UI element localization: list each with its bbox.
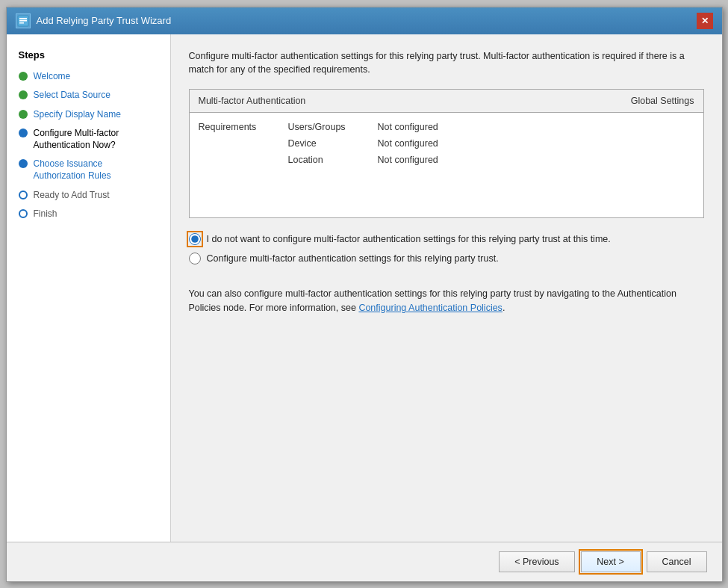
mfa-item-device: Device Not configured — [288, 135, 438, 152]
mfa-table-body: Requirements Users/Groups Not configured… — [190, 113, 703, 217]
radio-configure[interactable] — [189, 253, 201, 264]
mfa-item-users-groups: Users/Groups Not configured — [288, 119, 438, 135]
mfa-value-users-groups: Not configured — [378, 119, 438, 135]
step-dot-finish — [19, 209, 28, 218]
next-button[interactable]: Next > — [581, 551, 641, 572]
app-icon — [16, 13, 31, 28]
mfa-table-header-left: Multi-factor Authentication — [199, 96, 306, 106]
footer: < Previous Next > Cancel — [7, 542, 722, 581]
sidebar-label-configure-mfa: Configure Multi-factorAuthentication Now… — [34, 128, 119, 151]
step-dot-ready-to-add — [19, 191, 28, 199]
step-dot-choose-issuance — [19, 159, 28, 168]
sidebar-item-welcome[interactable]: Welcome — [19, 71, 158, 83]
sidebar-item-configure-mfa[interactable]: Configure Multi-factorAuthentication Now… — [19, 128, 158, 151]
radio-no-configure[interactable] — [189, 233, 201, 245]
main-content: Configure multi-factor authentication se… — [171, 34, 722, 542]
sidebar-item-choose-issuance[interactable]: Choose IssuanceAuthorization Rules — [19, 158, 158, 182]
close-button[interactable]: ✕ — [697, 13, 713, 29]
previous-button[interactable]: < Previous — [499, 551, 574, 572]
additional-info-suffix: . — [503, 303, 505, 313]
radio-option-no-configure[interactable]: I do not want to configure multi-factor … — [189, 233, 704, 245]
window-title: Add Relying Party Trust Wizard — [37, 15, 172, 26]
radio-option-configure[interactable]: Configure multi-factor authentication se… — [189, 253, 704, 264]
svg-rect-2 — [19, 20, 27, 22]
sidebar-label-specify-display-name: Specify Display Name — [34, 109, 121, 121]
mfa-table-header: Multi-factor Authentication Global Setti… — [190, 90, 703, 113]
sidebar-item-select-data-source[interactable]: Select Data Source — [19, 90, 158, 102]
mfa-label-location: Location — [288, 152, 378, 168]
mfa-items-col: Users/Groups Not configured Device Not c… — [288, 119, 438, 168]
additional-info: You can also configure multi-factor auth… — [189, 287, 704, 315]
sidebar-label-welcome: Welcome — [34, 71, 71, 83]
window-body: Steps Welcome Select Data Source Specify… — [7, 34, 722, 542]
radio-section: I do not want to configure multi-factor … — [189, 233, 704, 272]
title-bar: Add Relying Party Trust Wizard ✕ — [7, 7, 722, 34]
mfa-table-header-right: Global Settings — [631, 96, 694, 106]
step-dot-configure-mfa — [19, 129, 28, 137]
sidebar-label-finish: Finish — [34, 208, 57, 220]
step-dot-welcome — [19, 72, 28, 81]
mfa-label-users-groups: Users/Groups — [288, 119, 378, 135]
mfa-value-location: Not configured — [378, 152, 438, 168]
sidebar: Steps Welcome Select Data Source Specify… — [7, 34, 171, 542]
sidebar-label-select-data-source: Select Data Source — [34, 90, 111, 102]
mfa-value-device: Not configured — [378, 135, 438, 152]
title-bar-left: Add Relying Party Trust Wizard — [16, 13, 172, 28]
mfa-label-device: Device — [288, 135, 378, 152]
step-dot-select-data-source — [19, 90, 28, 99]
radio-label-configure: Configure multi-factor authentication se… — [207, 253, 499, 264]
mfa-requirements-row: Requirements Users/Groups Not configured… — [199, 119, 694, 168]
sidebar-label-ready-to-add: Ready to Add Trust — [34, 190, 110, 202]
sidebar-heading: Steps — [19, 49, 158, 61]
radio-label-no-configure: I do not want to configure multi-factor … — [207, 234, 611, 244]
mfa-requirements-label: Requirements — [199, 119, 288, 132]
sidebar-item-ready-to-add[interactable]: Ready to Add Trust — [19, 190, 158, 202]
configuring-auth-policies-link[interactable]: Configuring Authentication Policies — [358, 303, 502, 313]
step-dot-specify-display-name — [19, 110, 28, 119]
main-window: Add Relying Party Trust Wizard ✕ Steps W… — [6, 7, 723, 582]
svg-rect-3 — [19, 22, 24, 24]
svg-rect-1 — [19, 18, 27, 19]
sidebar-item-finish[interactable]: Finish — [19, 208, 158, 220]
sidebar-item-specify-display-name[interactable]: Specify Display Name — [19, 109, 158, 121]
description-text: Configure multi-factor authentication se… — [189, 49, 704, 78]
cancel-button[interactable]: Cancel — [647, 551, 707, 572]
sidebar-label-choose-issuance: Choose IssuanceAuthorization Rules — [34, 158, 111, 182]
mfa-table: Multi-factor Authentication Global Setti… — [189, 89, 704, 218]
mfa-item-location: Location Not configured — [288, 152, 438, 168]
